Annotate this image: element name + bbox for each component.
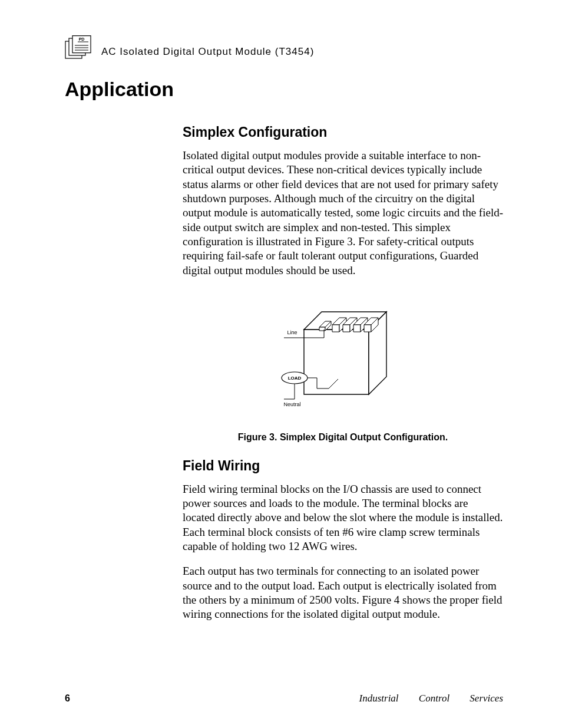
field-wiring-p2: Each output has two terminals for connec… [183, 564, 503, 621]
content-column: Simplex Configuration Isolated digital o… [183, 124, 503, 622]
page-header: PD AC Isolated Digital Output Module (T3… [65, 35, 503, 59]
footer-text: Industrial Control Services [359, 693, 503, 704]
svg-text:PD: PD [79, 37, 85, 41]
simplex-heading: Simplex Configuration [183, 124, 503, 140]
simplex-body: Isolated digital output modules provide … [183, 149, 503, 278]
field-wiring-p1: Field wiring terminal blocks on the I/O … [183, 482, 503, 554]
page-footer: 6 Industrial Control Services [65, 693, 503, 704]
figure-label-line: Line [287, 330, 297, 335]
figure-label-load: LOAD [288, 375, 302, 381]
page: PD AC Isolated Digital Output Module (T3… [0, 0, 562, 728]
field-wiring-heading: Field Wiring [183, 458, 503, 474]
document-stack-icon: PD [65, 35, 92, 59]
figure-caption: Figure 3. Simplex Digital Output Configu… [183, 432, 503, 443]
page-number: 6 [65, 693, 70, 704]
section-title: Application [65, 78, 503, 101]
running-title: AC Isolated Digital Output Module (T3454… [101, 46, 314, 59]
figure-3: Line LOAD Neutral Figure 3. Simplex Digi… [183, 301, 503, 443]
simplex-diagram-icon: Line LOAD Neutral [266, 301, 419, 413]
figure-label-neutral: Neutral [283, 401, 300, 407]
